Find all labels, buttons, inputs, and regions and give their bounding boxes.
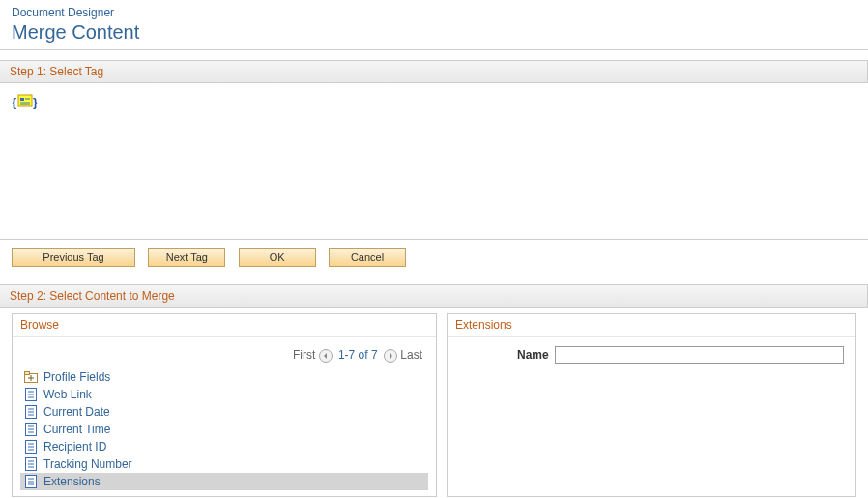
tree-item[interactable]: Recipient ID <box>20 438 428 455</box>
tree-item-label: Current Time <box>43 423 110 436</box>
svg-rect-2 <box>20 98 24 101</box>
browse-panel-header: Browse <box>13 314 436 337</box>
pager-last[interactable]: Last <box>400 348 422 362</box>
page-title: Merge Content <box>0 21 868 50</box>
document-icon <box>24 423 38 436</box>
step1-body: { } <box>0 83 868 240</box>
tree-item-label: Recipient ID <box>43 440 106 454</box>
name-label: Name <box>517 348 549 362</box>
step2-header: Step 2: Select Content to Merge <box>0 284 868 308</box>
document-icon <box>24 388 38 401</box>
extensions-name-row: Name <box>459 346 844 364</box>
browse-tree: Profile FieldsWeb LinkCurrent DateCurren… <box>20 368 428 490</box>
previous-tag-button[interactable]: Previous Tag <box>12 248 135 267</box>
step1-header: Step 1: Select Tag <box>0 60 868 83</box>
pager-prev-icon[interactable] <box>319 349 333 363</box>
tree-item[interactable]: Current Date <box>20 403 428 421</box>
pager-next-icon[interactable] <box>384 349 397 363</box>
step1-button-row: Previous Tag Next Tag OK Cancel <box>0 240 868 275</box>
svg-rect-8 <box>25 371 30 374</box>
tree-item-label: Current Date <box>43 405 110 419</box>
document-icon <box>24 440 38 454</box>
step2-body: Browse First 1-7 of 7 Last Profile Field… <box>0 308 868 498</box>
browse-panel: Browse First 1-7 of 7 Last Profile Field… <box>12 313 437 497</box>
tree-item[interactable]: Tracking Number <box>20 455 428 473</box>
breadcrumb-link[interactable]: Document Designer <box>12 6 114 19</box>
pager: First 1-7 of 7 Last <box>14 344 434 368</box>
breadcrumb: Document Designer <box>0 0 868 21</box>
extensions-panel: Extensions Name <box>447 313 856 497</box>
cancel-button[interactable]: Cancel <box>329 248 406 267</box>
extensions-panel-header: Extensions <box>448 314 855 337</box>
svg-text:}: } <box>33 95 38 109</box>
tree-item-label: Web Link <box>43 388 92 401</box>
document-icon <box>24 405 38 419</box>
next-tag-button[interactable]: Next Tag <box>148 248 225 267</box>
pager-first[interactable]: First <box>293 348 315 362</box>
tree-item-label: Extensions <box>43 475 101 488</box>
tree-item-label: Tracking Number <box>43 457 132 471</box>
folder-plus-icon <box>24 370 38 384</box>
name-input[interactable] <box>555 346 844 364</box>
merge-tag-icon[interactable]: { } <box>12 93 39 112</box>
tree-item[interactable]: Extensions <box>20 473 428 490</box>
document-icon <box>24 475 38 488</box>
tree-item[interactable]: Profile Fields <box>20 368 428 386</box>
pager-range: 1-7 of 7 <box>338 348 378 362</box>
tree-item[interactable]: Web Link <box>20 386 428 403</box>
ok-button[interactable]: OK <box>239 248 316 267</box>
tree-item-label: Profile Fields <box>43 370 110 384</box>
svg-text:{: { <box>12 95 16 109</box>
tree-item[interactable]: Current Time <box>20 421 428 438</box>
document-icon <box>24 457 38 471</box>
